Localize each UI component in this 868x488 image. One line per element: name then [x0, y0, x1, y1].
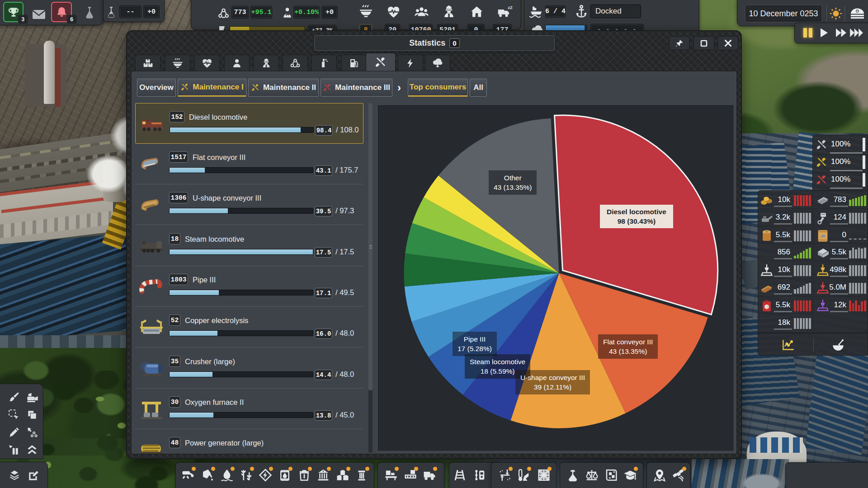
svg-text:zZ: zZ — [508, 5, 513, 9]
